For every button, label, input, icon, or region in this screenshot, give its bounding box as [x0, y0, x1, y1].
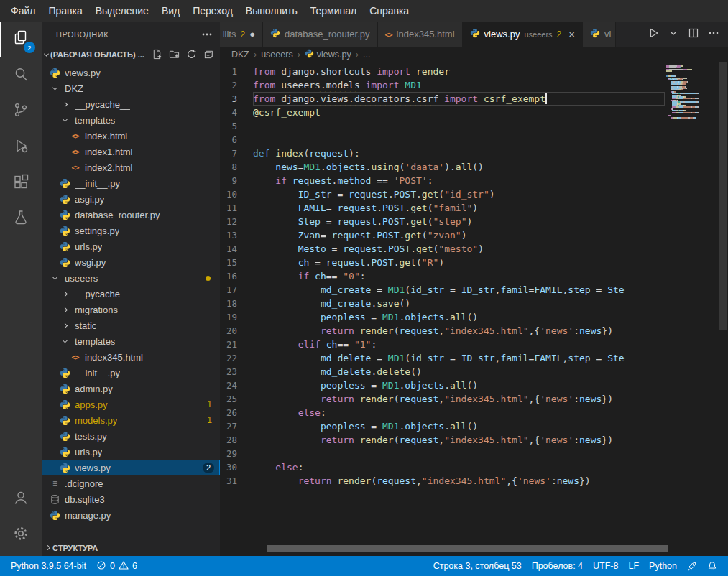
more-actions-icon[interactable]	[708, 27, 719, 42]
breadcrumb-dkz[interactable]: DKZ	[231, 50, 249, 60]
code-line-13: 13 Zvan= request.POST.get("zvan")	[220, 228, 728, 242]
run-chevron-down-icon[interactable]	[668, 27, 679, 42]
tree-item-urls-py[interactable]: urls.py	[42, 444, 220, 460]
code-editor[interactable]: 1from django.shortcuts import render2fro…	[220, 62, 728, 556]
menu-help[interactable]: Справка	[363, 0, 415, 22]
section-actions	[152, 49, 214, 61]
activity-account[interactable]	[0, 481, 42, 517]
tree-item-dkz[interactable]: DKZ	[42, 80, 220, 96]
tree-item-views-py[interactable]: views.py	[42, 65, 220, 80]
code-line-content: peopless = MD1.objects.all()	[253, 419, 665, 433]
language-mode[interactable]: Python	[644, 561, 682, 571]
activity-settings[interactable]	[0, 517, 42, 553]
activity-testing[interactable]	[0, 201, 42, 237]
tree-item-wsgi-py[interactable]: wsgi.py	[42, 254, 220, 270]
code-line-content: md_create.save()	[253, 297, 665, 310]
tree-item-useeers[interactable]: useeers	[42, 270, 220, 286]
notifications-bell-icon[interactable]	[702, 561, 722, 571]
menu-terminal[interactable]: Терминал	[304, 0, 363, 22]
tree-item-settings-py[interactable]: settings.py	[42, 223, 220, 238]
tree-item-templates[interactable]: templates	[42, 333, 220, 349]
tree-item-tests-py[interactable]: tests.py	[42, 428, 220, 444]
split-editor-icon[interactable]	[688, 27, 699, 42]
tab-iiits[interactable]: iiits2●	[220, 22, 263, 47]
tree-item-index345-html[interactable]: <>index345.html	[42, 349, 220, 365]
activity-source-control[interactable]	[0, 93, 42, 129]
tree-item-database-roouter-py[interactable]: database_roouter.py	[42, 207, 220, 223]
tree-item-index1-html[interactable]: <>index1.html	[42, 144, 220, 159]
python-version[interactable]: Python 3.9.5 64-bit	[6, 556, 91, 576]
tree-item-templates[interactable]: templates	[42, 112, 220, 128]
tab-views-py[interactable]: views.pyuseeers2×	[463, 22, 583, 47]
code-line-16: 16 if ch== "0":	[220, 269, 728, 283]
breadcrumb-useeers[interactable]: useeers	[261, 50, 292, 60]
encoding[interactable]: UTF-8	[588, 561, 623, 571]
line-column[interactable]: Строка 3, столбец 53	[428, 561, 527, 571]
vertical-scrollbar-thumb[interactable]	[719, 62, 727, 330]
breadcrumb-item[interactable]: ...	[363, 50, 370, 60]
collapse-all-icon[interactable]	[203, 49, 214, 61]
outline-section-header[interactable]: СТРУКТУРА	[42, 539, 220, 556]
code-line-11: 11 FAMIL= request.POST.get("famil")	[220, 201, 728, 215]
eol[interactable]: LF	[623, 561, 644, 571]
line-number: 11	[220, 201, 253, 215]
tree-item-apps-py[interactable]: apps.py1	[42, 396, 220, 412]
line-number: 15	[220, 256, 253, 269]
tree-item-label: apps.py	[75, 399, 108, 410]
menu-view[interactable]: Вид	[155, 0, 186, 22]
status-label: Python	[649, 561, 677, 571]
activity-explorer[interactable]: 2	[0, 22, 42, 57]
tree-item-migrations[interactable]: migrations	[42, 302, 220, 317]
explorer-sidebar: ПРОВОДНИК (РАБОЧАЯ ОБЛАСТЬ) ... views.py…	[42, 22, 220, 556]
activity-run-debug[interactable]	[0, 129, 42, 165]
chevron-down-icon	[59, 340, 71, 343]
menu-selection[interactable]: Выделение	[89, 0, 155, 22]
explorer-more-actions-icon[interactable]	[201, 29, 213, 40]
run-button[interactable]	[648, 27, 659, 42]
menu-run[interactable]: Выполнить	[239, 0, 304, 22]
minimap[interactable]	[666, 65, 718, 119]
breadcrumb-views-py[interactable]: views.py	[305, 49, 351, 60]
close-icon[interactable]: ×	[568, 29, 575, 40]
tab-vi[interactable]: vi	[583, 22, 616, 47]
tree-item-index2-html[interactable]: <>index2.html	[42, 159, 220, 175]
workspace-section-header[interactable]: (РАБОЧАЯ ОБЛАСТЬ) ...	[42, 47, 220, 62]
tree-item-views-py[interactable]: views.py2	[42, 460, 220, 475]
breadcrumb-label: views.py	[317, 50, 351, 60]
indentation[interactable]: Пробелов: 4	[527, 561, 588, 571]
menu-file[interactable]: Файл	[4, 0, 42, 22]
code-line-content: news=MD1.objects.using('daata').all()	[253, 160, 665, 174]
problems-status[interactable]: 0 6	[91, 556, 142, 576]
refresh-icon[interactable]	[186, 49, 197, 61]
tab-index345-html[interactable]: <>index345.html	[378, 22, 463, 47]
tree-item-index-html[interactable]: <>index.html	[42, 128, 220, 144]
tree-item-models-py[interactable]: models.py1	[42, 412, 220, 428]
tree-item-init-py[interactable]: __init__.py	[42, 175, 220, 191]
rocket-icon[interactable]	[682, 561, 702, 571]
tree-item-pycache[interactable]: __pycache__	[42, 286, 220, 302]
tree-item-db-sqlite3[interactable]: db.sqlite3	[42, 491, 220, 507]
tree-item-asgi-py[interactable]: asgi.py	[42, 191, 220, 207]
horizontal-scrollbar-thumb[interactable]	[267, 545, 668, 552]
tree-item-manage-py[interactable]: manage.py	[42, 507, 220, 523]
tree-item-admin-py[interactable]: admin.py	[42, 381, 220, 396]
tab-database-roouter-py[interactable]: database_roouter.py	[263, 22, 378, 47]
error-circle-icon	[96, 560, 106, 572]
line-number: 10	[220, 187, 253, 201]
html-file-icon: <>	[69, 148, 81, 156]
menu-edit[interactable]: Правка	[42, 0, 88, 22]
menu-go[interactable]: Переход	[186, 0, 239, 22]
new-folder-icon[interactable]	[169, 49, 180, 61]
tree-item-init-py[interactable]: __init__.py	[42, 365, 220, 381]
tree-item-label: index.html	[85, 131, 127, 141]
tree-item-urls-py[interactable]: urls.py	[42, 238, 220, 254]
activity-search[interactable]	[0, 57, 42, 93]
activity-extensions[interactable]	[0, 165, 42, 201]
code-line-17: 17 md_create = MD1(id_str = ID_str,famil…	[220, 283, 728, 297]
tree-item-label: models.py	[75, 415, 117, 426]
new-file-icon[interactable]	[152, 49, 162, 61]
tree-item-pycache[interactable]: __pycache__	[42, 96, 220, 112]
tree-item-label: index1.html	[85, 147, 132, 157]
tree-item-dcignore[interactable]: ≡.dcignore	[42, 475, 220, 491]
tree-item-static[interactable]: static	[42, 317, 220, 333]
